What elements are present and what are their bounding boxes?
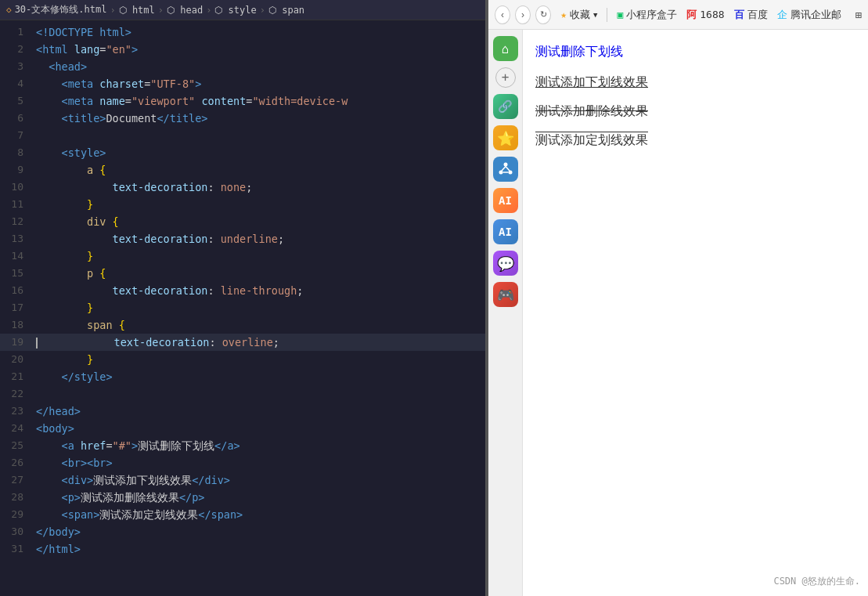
token: </ (179, 491, 192, 504)
breadcrumb-bar: ◇ 30-文本修饰线.html › ⬡ html › ⬡ head › ⬡ st… (0, 0, 485, 20)
code-area[interactable]: 1<!DOCTYPE html>2<html lang="en">3 <head… (0, 20, 485, 596)
token: >< (81, 457, 93, 469)
sidebar-icon-network[interactable] (493, 157, 518, 182)
sidebar-icon-ai2[interactable]: AI (493, 219, 518, 244)
line-content: } (33, 299, 485, 316)
bookmark-favorites[interactable]: ★ 收藏 ▼ (560, 8, 597, 22)
token: </ (214, 439, 227, 452)
line-content: </html> (33, 540, 485, 558)
token (74, 439, 81, 452)
token: </ (36, 370, 74, 383)
token: </ (192, 474, 204, 486)
token: none (221, 181, 247, 193)
line-content: <style> (33, 144, 485, 161)
bookmark-baidu[interactable]: 百 百度 (734, 8, 768, 22)
line-number: 7 (0, 127, 33, 144)
line-number: 4 (0, 75, 33, 92)
forward-button[interactable]: › (515, 5, 531, 24)
code-line-15: 15 p { (0, 265, 485, 282)
refresh-button[interactable]: ↻ (535, 5, 551, 24)
code-line-12: 12 div { (0, 213, 485, 230)
bookmark-separator (607, 8, 607, 22)
token: span (36, 319, 119, 331)
line-content: </body> (33, 523, 485, 540)
line-content: span { (33, 316, 485, 334)
token: line-through (221, 284, 297, 297)
token: span (68, 508, 94, 521)
token: > (81, 60, 87, 73)
line-number: 6 (0, 110, 33, 127)
sidebar-icon-ai1[interactable]: AI (493, 188, 518, 213)
token: > (131, 43, 138, 56)
token: < (36, 474, 68, 486)
line-content: <p>测试添加删除线效果</p> (33, 489, 485, 506)
sidebar-icon-star[interactable]: ⭐ (493, 125, 518, 150)
line-number: 16 (0, 282, 33, 299)
sidebar-icon-chat[interactable]: 💬 (493, 251, 518, 276)
token: ; (278, 233, 284, 245)
token: p (68, 491, 74, 504)
token: br (68, 457, 81, 469)
line-number: 23 (0, 403, 33, 420)
token: > (198, 491, 204, 504)
token: "viewport" (131, 95, 195, 107)
token: > (68, 422, 74, 435)
token: : (207, 181, 220, 193)
token: "en" (106, 43, 131, 56)
sidebar-icon-plus[interactable]: + (495, 67, 516, 88)
line-content: </head> (33, 403, 485, 420)
line-number: 30 (0, 523, 33, 540)
token: </ (36, 543, 49, 555)
token: title (170, 112, 202, 125)
line-content: text-decoration: line-through; (33, 282, 485, 299)
token: Document (106, 112, 157, 125)
token: underline (221, 233, 278, 245)
line-number: 24 (0, 420, 33, 437)
sidebar-icon-app1[interactable]: 🔗 (493, 94, 518, 119)
token: "UTF-8" (150, 78, 195, 90)
token: : (207, 284, 220, 297)
miniprogram-icon: ▣ (617, 9, 623, 20)
token: title (68, 112, 100, 125)
sidebar-icon-game[interactable]: 🎮 (493, 282, 518, 307)
line-number: 10 (0, 179, 33, 196)
token: 测试添加定划线效果 (99, 508, 198, 521)
tencent-icon: 企 (777, 8, 787, 22)
token: < (36, 457, 68, 469)
token: </ (157, 112, 169, 125)
token: a (68, 439, 74, 452)
token: 测试删除下划线 (138, 439, 214, 452)
token: > (74, 526, 81, 538)
code-line-14: 14 } (0, 247, 485, 265)
preview-link-no-underline[interactable]: 测试删除下划线 (535, 44, 623, 59)
star-sidebar-icon: ⭐ (497, 130, 514, 146)
bookmark-tencent[interactable]: 企 腾讯企业邮 (777, 8, 841, 22)
bookmark-miniprogram[interactable]: ▣ 小程序盒子 (617, 8, 677, 22)
token: > (236, 508, 243, 521)
token: } (87, 353, 93, 366)
line-number: 12 (0, 213, 33, 230)
sidebar-icon-home[interactable]: ⌂ (493, 36, 518, 61)
back-button[interactable]: ‹ (495, 5, 510, 24)
token: "width=device-w (252, 95, 348, 107)
token: html (49, 543, 74, 555)
svg-point-0 (503, 163, 507, 167)
code-line-21: 21 </style> (0, 368, 485, 385)
token: < (36, 508, 68, 521)
token: text-decoration (114, 336, 210, 349)
token: content (201, 95, 246, 107)
code-line-2: 2<html lang="en"> (0, 41, 485, 58)
bookmark-1688[interactable]: 阿 1688 (686, 8, 724, 22)
svg-line-3 (502, 167, 506, 172)
breadcrumb-style: ⬡ style (214, 5, 256, 16)
code-line-29: 29 <span>测试添加定划线效果</span> (0, 506, 485, 523)
line-number: 26 (0, 454, 33, 471)
line-number: 28 (0, 489, 33, 506)
token: p (36, 267, 99, 280)
line-number: 18 (0, 316, 33, 334)
line-number: 11 (0, 196, 33, 213)
line-number: 1 (0, 23, 33, 41)
line-content: } (33, 247, 485, 265)
token: < (36, 112, 68, 125)
token: meta (68, 95, 94, 107)
